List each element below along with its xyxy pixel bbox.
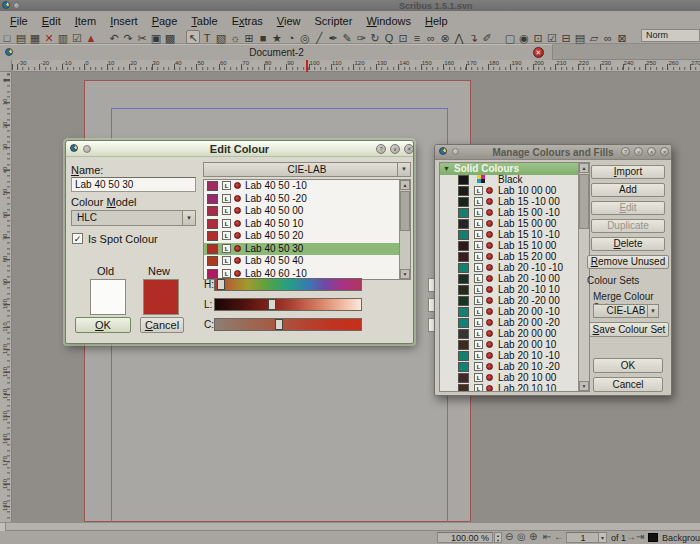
measurements-icon[interactable]: ⋀	[452, 31, 466, 45]
pdf-check-box-icon[interactable]: ☑	[545, 31, 559, 45]
restore-icon[interactable]: ∧	[647, 147, 656, 156]
shade-icon[interactable]: ∨	[390, 144, 400, 154]
paste-icon[interactable]: ▩	[163, 31, 177, 45]
list-scrollbar[interactable]: ▲ ▼	[399, 180, 410, 279]
window-menu-button[interactable]	[13, 2, 20, 9]
colour-model-select[interactable]: HLC ▼	[71, 210, 196, 226]
colour-list-item[interactable]: LLab 40 50 -20	[204, 193, 410, 206]
link-text-frames-icon[interactable]: ∞	[424, 31, 438, 45]
colour-list-item[interactable]: LLab 40 50 -10	[204, 180, 410, 193]
eye-dropper-icon[interactable]: ✐	[480, 31, 494, 45]
layer-selector[interactable]: Norm	[641, 29, 700, 42]
zoom-out-icon[interactable]: ⊖	[505, 531, 513, 542]
manage-delete-button[interactable]: Delete	[591, 237, 665, 251]
h-slider[interactable]	[214, 278, 362, 291]
redo-icon[interactable]: ↷	[121, 31, 135, 45]
last-page-icon[interactable]: ⇥	[636, 531, 644, 542]
open-document-icon[interactable]: ▤	[14, 31, 28, 45]
edit-colour-titlebar[interactable]: Edit Colour ? ∨ ✕	[66, 141, 413, 157]
save-colour-set-button[interactable]: Save Colour Set	[589, 322, 669, 337]
next-page-icon[interactable]: →	[626, 531, 636, 542]
page-number-input[interactable]: 1	[566, 532, 600, 543]
help-icon[interactable]: ?	[376, 144, 386, 154]
colour-list-item[interactable]: LLab 40 50 30	[204, 243, 410, 256]
manage-remove-unused-button[interactable]: Remove Unused	[587, 255, 669, 269]
colour-set-select[interactable]: CIE-LAB ▼	[203, 162, 411, 177]
h-slider-handle[interactable]	[217, 279, 225, 290]
undo-icon[interactable]: ↶	[107, 31, 121, 45]
insert-image-frame-icon[interactable]: ▧	[214, 31, 228, 45]
insert-polygon-icon[interactable]: ★	[270, 31, 284, 45]
preflight-verifier-icon[interactable]: ☑	[70, 31, 84, 45]
cancel-button[interactable]: Cancel	[593, 377, 663, 392]
horizontal-scrollbar[interactable]	[0, 522, 700, 531]
unlink-text-frames-icon[interactable]: ⊗	[438, 31, 452, 45]
scrollbar-thumb[interactable]	[579, 174, 589, 229]
ok-button[interactable]: OK	[75, 317, 131, 333]
close-icon[interactable]: ✕	[660, 147, 669, 156]
close-icon[interactable]: ✕	[404, 144, 414, 154]
l-slider[interactable]	[214, 298, 362, 311]
scroll-up-icon[interactable]: ▲	[579, 163, 589, 173]
zoom-icon[interactable]: Q	[382, 31, 396, 45]
background-colour-swatch[interactable]	[648, 533, 658, 542]
previous-page-icon[interactable]: ←	[554, 531, 564, 542]
tab-close-icon[interactable]: ✕	[533, 47, 544, 58]
cut-icon[interactable]: ✂	[135, 31, 149, 45]
pdf-radio-button-icon[interactable]: ◉	[517, 31, 531, 45]
manage-import-button[interactable]: Import	[591, 165, 665, 179]
colour-list-item[interactable]: LLab 40 50 20	[204, 230, 410, 243]
l-slider-handle[interactable]	[268, 299, 276, 310]
colour-tree-item[interactable]: LLab 20 10 10	[440, 384, 589, 392]
background-colour-label[interactable]: Background	[662, 533, 700, 543]
insert-arc-icon[interactable]: ◔	[284, 31, 298, 45]
zoom-in-icon[interactable]: ⊕	[529, 531, 537, 542]
merge-colour-set-select[interactable]: CIE-LAB ▼	[593, 304, 659, 318]
select-item-icon[interactable]: ↖	[186, 30, 200, 44]
insert-text-frame-icon[interactable]: T	[200, 31, 214, 45]
pdf-3d-annotation-icon[interactable]: ⊠	[615, 31, 629, 45]
manage-add-button[interactable]: Add	[591, 183, 665, 197]
colour-list-item[interactable]: LLab 40 50 00	[204, 205, 410, 218]
c-slider-handle[interactable]	[275, 319, 283, 330]
colour-list-item[interactable]: LLab 40 50 10	[204, 218, 410, 231]
save-document-icon[interactable]: ▦	[28, 31, 42, 45]
shade-icon[interactable]: ∨	[634, 147, 643, 156]
copy-properties-icon[interactable]: ↴	[466, 31, 480, 45]
scrollbar-stub[interactable]	[0, 523, 6, 531]
scroll-down-icon[interactable]: ▼	[579, 381, 589, 391]
page-dropdown-icon[interactable]: ▾	[598, 532, 607, 543]
insert-render-frame-icon[interactable]: ☼	[228, 31, 242, 45]
export-pdf-icon[interactable]: ▲	[84, 31, 98, 45]
cancel-button[interactable]: Cancel	[140, 317, 184, 333]
pdf-combo-box-icon[interactable]: ⊟	[559, 31, 573, 45]
insert-spiral-icon[interactable]: ◎	[298, 31, 312, 45]
c-slider[interactable]	[214, 318, 362, 331]
zoom-level-input[interactable]: 100.00 %	[437, 532, 493, 543]
ruler-corner[interactable]	[0, 60, 12, 72]
pdf-list-box-icon[interactable]: ▤	[573, 31, 587, 45]
colour-tree-list[interactable]: ▼ Solid Colours BlackLLab 10 00 00LLab 1…	[439, 162, 590, 392]
help-icon[interactable]: ?	[621, 147, 630, 156]
pdf-push-button-icon[interactable]: ▢	[503, 31, 517, 45]
document-tab[interactable]: Document-2 ✕	[0, 44, 553, 60]
pdf-text-field-icon[interactable]: ⊡	[531, 31, 545, 45]
rotate-item-icon[interactable]: ↻	[368, 31, 382, 45]
collapse-triangle-icon[interactable]: ▼	[443, 163, 450, 175]
insert-table-icon[interactable]: ⊞	[242, 31, 256, 45]
is-spot-colour-checkbox[interactable]: ✓	[72, 233, 83, 244]
ok-button[interactable]: OK	[593, 358, 663, 373]
edit-contents-icon[interactable]: ⊡	[396, 31, 410, 45]
vertical-ruler[interactable]: 0102030405060708090100110120130140150160…	[0, 72, 12, 522]
close-document-icon[interactable]: ✕	[42, 31, 56, 45]
insert-line-icon[interactable]: ╱	[312, 31, 326, 45]
pdf-text-annotation-icon[interactable]: ▱	[587, 31, 601, 45]
insert-shape-icon[interactable]: ■	[256, 31, 270, 45]
story-editor-icon[interactable]: ≡	[410, 31, 424, 45]
colour-name-input[interactable]: Lab 40 50 30	[71, 177, 196, 192]
zoom-default-icon[interactable]: ◎	[517, 531, 526, 542]
scrollbar-thumb[interactable]	[400, 191, 410, 231]
insert-calligraphic-icon[interactable]: ✑	[354, 31, 368, 45]
pdf-link-annotation-icon[interactable]: ∞	[601, 31, 615, 45]
scroll-up-icon[interactable]: ▲	[400, 180, 410, 190]
